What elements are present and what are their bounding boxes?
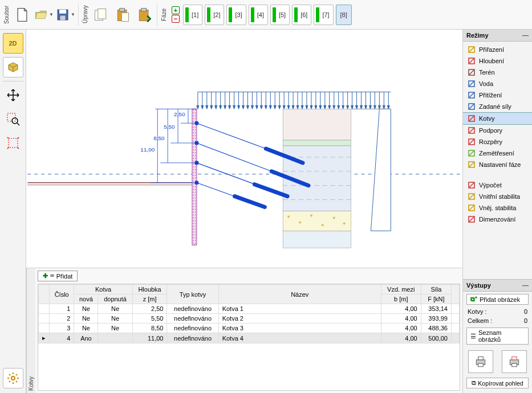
calc-item-calc[interactable]: Výpočet <box>463 179 532 191</box>
mode-item-surcharge[interactable]: Přitížení <box>463 89 532 101</box>
col-spacing[interactable]: Vzd. mezi <box>381 285 421 294</box>
keyboard-icon: ⌨ <box>50 272 54 280</box>
svg-rect-10 <box>7 113 15 121</box>
mode-item-dig[interactable]: Hloubení <box>463 55 532 67</box>
svg-rect-61 <box>192 109 197 245</box>
calc-icon <box>468 181 476 189</box>
add-anchor-button[interactable]: ✚ ⌨ Přidat <box>38 271 78 281</box>
col-dopnuta[interactable]: dopnutá <box>98 294 132 304</box>
calc-item-dim[interactable]: Dimenzování <box>463 214 532 225</box>
mode-label: Zadané síly <box>479 103 511 110</box>
outputs-kotvy-count: Kotvy :0 <box>463 307 532 316</box>
remove-phase-button[interactable]: − <box>172 15 180 23</box>
col-force[interactable]: Síla <box>421 285 451 294</box>
mode-item-quake[interactable]: Zemětřesení <box>463 148 532 159</box>
phasecfg-icon <box>468 161 476 169</box>
collapse-outputs-button[interactable]: — <box>522 282 529 289</box>
phase-tab[interactable]: [8] <box>336 5 352 25</box>
mode-item-anchors[interactable]: Kotvy <box>463 112 532 125</box>
phase-tab[interactable]: [2] <box>205 5 224 25</box>
phase-tab[interactable]: [5] <box>270 5 290 25</box>
phase-tab[interactable]: [4] <box>249 5 268 25</box>
calc-item-instab[interactable]: Vnitřní stabilita <box>463 191 532 202</box>
print-button-1[interactable] <box>468 350 493 373</box>
phase-tab[interactable]: [6] <box>292 5 311 25</box>
copy-icon: ⧉ <box>472 379 476 387</box>
col-z[interactable]: z [m] <box>132 294 167 304</box>
open-file-button[interactable]: ▼ <box>34 5 54 25</box>
col-b[interactable]: b [m] <box>381 294 421 304</box>
calc-list: VýpočetVnitřní stabilitaVněj. stabilitaD… <box>463 177 532 227</box>
add-phase-button[interactable]: + <box>172 6 180 14</box>
table-row[interactable]: 2NeNe5,50nedefinovánoKotva 24,00393,99 <box>39 314 460 324</box>
svg-point-72 <box>299 221 301 223</box>
svg-line-121 <box>469 162 474 167</box>
view-3d-button[interactable] <box>3 57 23 77</box>
mode-item-forces[interactable]: Zadané síly <box>463 101 532 112</box>
right-sidebar: Režimy — PřiřazeníHloubeníTerénVodaPřití… <box>462 30 532 393</box>
svg-line-103 <box>469 59 474 63</box>
outputs-header: Výstupy — <box>463 280 532 292</box>
svg-line-129 <box>469 217 474 222</box>
col-type[interactable]: Typ kotvy <box>167 285 218 304</box>
phase-tab[interactable]: [7] <box>314 5 333 25</box>
dim-icon <box>468 215 476 223</box>
anchors-table-wrap: Číslo Kotva Hloubka Typ kotvy Název Vzd.… <box>38 284 460 391</box>
svg-line-125 <box>469 194 474 199</box>
modes-header: Režimy — <box>463 30 532 42</box>
collapse-modes-button[interactable]: — <box>522 32 529 39</box>
print-button-2[interactable] <box>502 350 527 373</box>
anchors-icon <box>468 114 476 122</box>
save-button[interactable]: ▼ <box>55 5 76 25</box>
phase-tab[interactable]: [3] <box>226 5 246 25</box>
calc-item-exstab[interactable]: Vněj. stabilita <box>463 202 532 214</box>
svg-rect-135 <box>511 363 517 366</box>
col-kotva[interactable]: Kotva <box>74 285 132 294</box>
exstab-icon <box>468 204 476 212</box>
col-name[interactable]: Název <box>218 285 381 304</box>
col-nova[interactable]: nová <box>74 294 98 304</box>
copy-button[interactable] <box>91 5 111 25</box>
svg-line-105 <box>469 70 474 75</box>
paste-button[interactable] <box>112 5 133 25</box>
mode-label: Podpory <box>479 127 502 134</box>
table-row[interactable]: 3NeNe8,50nedefinovánoKotva 34,00488,36 <box>39 324 460 333</box>
view-2d-button[interactable]: 2D <box>3 33 23 54</box>
mode-item-terrain[interactable]: Terén <box>463 67 532 78</box>
add-image-button[interactable]: ⧉⁺ Přidat obrázek <box>466 294 529 305</box>
col-number[interactable]: Číslo <box>50 285 74 304</box>
mode-label: Hloubení <box>479 58 504 64</box>
dig-icon <box>468 57 476 65</box>
bottom-panel-label: Kotvy <box>26 268 35 393</box>
mode-item-water[interactable]: Voda <box>463 78 532 89</box>
mode-item-struts[interactable]: Rozpěry <box>463 136 532 148</box>
table-row[interactable]: 1NeNe2,50nedefinovánoKotva 14,00353,14 <box>39 304 460 314</box>
mode-label: Rozpěry <box>479 138 502 145</box>
drawing-canvas[interactable]: 2,50 5,50 8,50 11,00 <box>26 30 462 268</box>
zoom-region-button[interactable] <box>3 109 23 129</box>
dim-label: 11,00 <box>140 146 155 153</box>
phase-tab[interactable]: [1] <box>183 5 202 25</box>
mode-item-supports[interactable]: Podpory <box>463 125 532 136</box>
svg-line-89 <box>254 185 287 197</box>
svg-rect-70 <box>283 211 351 231</box>
paste-special-button[interactable] <box>134 5 155 25</box>
col-f[interactable]: F [kN] <box>421 294 451 304</box>
col-depth[interactable]: Hloubka <box>132 285 167 294</box>
svg-rect-63 <box>283 109 351 140</box>
mode-item-assign[interactable]: Přiřazení <box>463 44 532 55</box>
svg-point-73 <box>310 214 312 216</box>
zoom-extents-button[interactable] <box>3 133 23 153</box>
svg-line-111 <box>469 104 474 109</box>
mode-item-phasecfg[interactable]: Nastavení fáze <box>463 159 532 170</box>
settings-button[interactable] <box>3 368 23 388</box>
edit-group-label: Úpravy <box>81 1 90 28</box>
image-list-button[interactable]: ☰ Seznam obrázků <box>466 328 529 345</box>
dim-label: 5,50 <box>164 124 175 130</box>
add-label: Přidat <box>56 273 73 280</box>
pan-button[interactable] <box>3 85 23 105</box>
new-file-button[interactable] <box>12 5 33 25</box>
table-row[interactable]: ▸4Ano11,00nedefinovánoKotva 44,00500,00 <box>39 333 460 343</box>
calc-label: Vněj. stabilita <box>479 204 516 211</box>
copy-view-button[interactable]: ⧉ Kopírovat pohled <box>466 378 529 388</box>
